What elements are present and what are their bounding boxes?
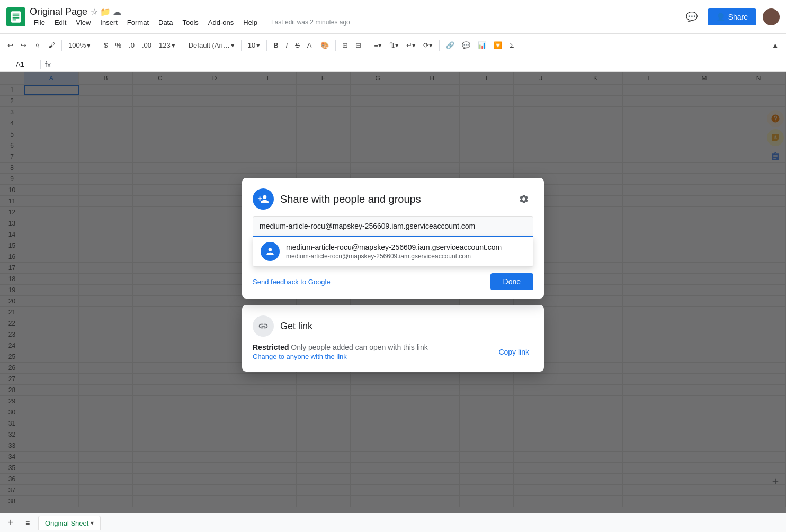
link-button[interactable]: 🔗	[443, 38, 458, 53]
chart-button[interactable]: 📊	[475, 38, 489, 53]
currency-button[interactable]: $	[101, 38, 111, 53]
undo-button[interactable]: ↩	[4, 38, 16, 53]
zoom-select[interactable]: 100% ▾	[65, 38, 94, 53]
rotate-button[interactable]: ⟳▾	[420, 38, 436, 53]
fill-color-button[interactable]: 🎨	[317, 38, 332, 53]
percent-button[interactable]: %	[112, 38, 124, 53]
svg-rect-5	[13, 19, 16, 20]
font-size-select[interactable]: 10 ▾	[245, 38, 263, 53]
link-info-row: Restricted Only people added can open wi…	[253, 343, 533, 361]
email-input-area[interactable]: medium-article-rocu@mapskey-256609.iam.g…	[253, 216, 533, 237]
menu-edit[interactable]: Edit	[50, 17, 70, 28]
share-title-row: Share with people and groups	[253, 188, 421, 210]
autocomplete-avatar	[261, 242, 280, 261]
svg-rect-2	[13, 13, 20, 14]
cell-reference[interactable]: A1	[4, 60, 36, 68]
font-size-value: 10	[248, 41, 255, 49]
autocomplete-item[interactable]: medium-article-rocu@mapskey-256609.iam.g…	[253, 237, 533, 266]
email-input[interactable]: medium-article-rocu@mapskey-256609.iam.g…	[260, 222, 526, 230]
menu-file[interactable]: File	[30, 17, 49, 28]
toolbar-sep-4	[241, 40, 242, 51]
bottom-bar: + ≡ Original Sheet ▾	[0, 513, 786, 532]
link-info-left: Restricted Only people added can open wi…	[253, 343, 428, 361]
sheets-logo	[6, 7, 25, 26]
redo-button[interactable]: ↪	[17, 38, 30, 53]
wrap-button[interactable]: ↵▾	[403, 38, 419, 53]
format-number-value: 123	[159, 41, 171, 49]
share-icon: 👤	[716, 13, 725, 21]
restricted-label: Restricted	[253, 343, 289, 351]
svg-rect-3	[13, 15, 20, 16]
get-link-header: Get link	[253, 315, 533, 337]
paint-format-button[interactable]: 🖌	[45, 38, 58, 53]
bold-button[interactable]: B	[270, 38, 281, 53]
chat-button[interactable]: 💬	[682, 7, 701, 26]
share-dialog: Share with people and groups medium-arti…	[242, 178, 544, 299]
print-button[interactable]: 🖨	[31, 38, 44, 53]
share-header: Share with people and groups	[242, 178, 544, 216]
copy-link-button[interactable]: Copy link	[494, 346, 533, 358]
user-avatar[interactable]	[763, 8, 780, 25]
font-value: Default (Ari…	[189, 41, 230, 49]
comment-button[interactable]: 💬	[459, 38, 474, 53]
menu-insert[interactable]: Insert	[96, 17, 122, 28]
restricted-desc: Only people added can open with this lin…	[289, 343, 427, 351]
italic-button[interactable]: I	[283, 38, 291, 53]
borders-button[interactable]: ⊞	[339, 38, 351, 53]
svg-rect-1	[11, 11, 21, 23]
menu-data[interactable]: Data	[154, 17, 177, 28]
sheet-tab-label: Original Sheet	[45, 519, 88, 527]
halign-button[interactable]: ≡▾	[371, 38, 386, 53]
folder-icon[interactable]: 📁	[100, 7, 111, 17]
doc-title-icons: ☆ 📁 ☁	[91, 7, 121, 17]
app-shell: Original Page ☆ 📁 ☁ File Edit View Inser…	[0, 0, 786, 532]
formula-sep	[40, 60, 41, 69]
filter-button[interactable]: 🔽	[490, 38, 505, 53]
change-link[interactable]: Change to anyone with the link	[253, 353, 347, 360]
format-number-select[interactable]: 123 ▾	[156, 38, 178, 53]
star-icon[interactable]: ☆	[91, 7, 98, 17]
settings-button[interactable]	[514, 190, 533, 209]
formula-bar: A1 fx	[0, 57, 786, 72]
toolbar-sep-6	[335, 40, 336, 51]
add-sheet-button[interactable]: +	[4, 517, 17, 529]
merge-button[interactable]: ⊟	[352, 38, 364, 53]
svg-rect-4	[13, 17, 20, 18]
autocomplete-email: medium-article-rocu@mapskey-256609.iam.g…	[286, 253, 502, 260]
link-icon-circle	[253, 315, 274, 337]
valign-button[interactable]: ⇅▾	[386, 38, 402, 53]
menu-addons[interactable]: Add-ons	[204, 17, 238, 28]
link-svg	[258, 321, 269, 331]
done-button[interactable]: Done	[490, 273, 533, 290]
strikethrough-button[interactable]: S	[292, 38, 303, 53]
top-bar: Original Page ☆ 📁 ☁ File Edit View Inser…	[0, 0, 786, 34]
get-link-card: Get link Restricted Only people added ca…	[242, 305, 544, 372]
dec1-button[interactable]: .0	[126, 38, 138, 53]
link-info-text: Restricted Only people added can open wi…	[253, 343, 428, 351]
doc-title-area: Original Page ☆ 📁 ☁ File Edit View Inser…	[30, 6, 678, 28]
get-link-title: Get link	[280, 321, 312, 332]
menu-view[interactable]: View	[72, 17, 95, 28]
share-dialog-title: Share with people and groups	[280, 193, 421, 205]
toolbar-sep-7	[368, 40, 368, 51]
toolbar-sep-3	[182, 40, 182, 51]
cloud-icon[interactable]: ☁	[113, 7, 121, 17]
collapse-toolbar-button[interactable]: ▲	[769, 38, 782, 53]
sheet-tab-original[interactable]: Original Sheet ▾	[38, 516, 101, 530]
menu-format[interactable]: Format	[123, 17, 153, 28]
feedback-link[interactable]: Send feedback to Google	[253, 278, 331, 286]
grid-area: A B C D E F G H I J K L M N 123456789101…	[0, 72, 786, 513]
sheet-menu-button[interactable]: ≡	[21, 517, 34, 529]
person-add-svg	[257, 193, 269, 205]
dec2-button[interactable]: .00	[139, 38, 155, 53]
toolbar-sep-8	[439, 40, 440, 51]
toolbar-sep-5	[266, 40, 267, 51]
text-color-button[interactable]: A	[304, 38, 316, 53]
share-button[interactable]: 👤 Share	[708, 8, 756, 25]
menu-tools[interactable]: Tools	[178, 17, 202, 28]
document-title[interactable]: Original Page	[30, 6, 87, 17]
function-button[interactable]: Σ	[506, 38, 517, 53]
menu-help[interactable]: Help	[239, 17, 262, 28]
share-dialog-footer: Send feedback to Google Done	[242, 267, 544, 299]
font-select[interactable]: Default (Ari… ▾	[185, 38, 238, 53]
